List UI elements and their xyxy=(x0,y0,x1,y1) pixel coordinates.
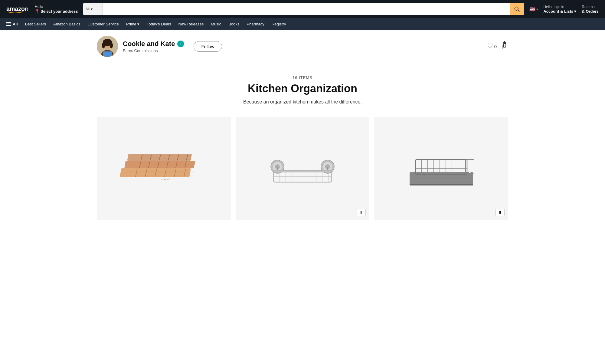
product-image-knife-block: wüsthof xyxy=(97,117,231,220)
verified-badge: ✓ xyxy=(177,41,184,47)
nav-item-books[interactable]: Books xyxy=(225,20,243,28)
list-title: Kitchen Organization xyxy=(97,82,508,95)
account-menu[interactable]: Hello, sign in Account & Lists ▾ xyxy=(541,3,578,15)
nav-item-music[interactable]: Music xyxy=(208,20,224,28)
list-header: 16 ITEMS Kitchen Organization Because an… xyxy=(97,66,508,111)
influencer-left: Cookie and Kate ✓ Earns Commissions Foll… xyxy=(97,36,487,57)
checkmark-icon: ✓ xyxy=(179,41,182,46)
svg-text:amazon: amazon xyxy=(6,5,28,12)
returns-top: Returns xyxy=(582,5,599,9)
search-bar: All ▾ xyxy=(83,3,525,15)
svg-rect-61 xyxy=(274,170,331,172)
product-card-2[interactable]: ⏸ xyxy=(236,117,370,220)
address-select: 📍 Select your address xyxy=(35,9,78,14)
influencer-header: Cookie and Kate ✓ Earns Commissions Foll… xyxy=(97,30,508,63)
share-icon xyxy=(501,41,508,50)
main-content: Cookie and Kate ✓ Earns Commissions Foll… xyxy=(91,30,514,229)
svg-rect-9 xyxy=(103,51,112,57)
svg-point-80 xyxy=(469,170,471,173)
nav-item-amazon-basics[interactable]: Amazon Basics xyxy=(50,20,84,28)
search-category-dropdown[interactable]: All ▾ xyxy=(83,3,103,15)
svg-line-2 xyxy=(518,10,519,11)
svg-rect-10 xyxy=(503,44,506,47)
heart-icon: ♡ xyxy=(487,42,493,50)
svg-point-7 xyxy=(102,42,105,48)
address-selector[interactable]: Hello 📍 Select your address xyxy=(33,3,80,15)
heart-button[interactable]: ♡ 0 xyxy=(487,42,497,50)
search-icon xyxy=(514,6,520,12)
account-hello: Hello, sign in xyxy=(543,5,576,9)
svg-point-79 xyxy=(469,166,471,169)
influencer-sub: Earns Commissions xyxy=(123,48,184,53)
svg-text:wüsthof: wüsthof xyxy=(161,178,170,181)
pause-icon-2: ⏸ xyxy=(498,210,502,215)
dish-rack-image xyxy=(401,145,482,192)
nav-bar: All Best Sellers Amazon Basics Customer … xyxy=(0,18,605,30)
avatar xyxy=(97,36,118,57)
product-card-3[interactable]: ⏸ xyxy=(374,117,508,220)
returns-main: & Orders xyxy=(582,9,599,14)
search-button[interactable] xyxy=(510,3,524,15)
product-card-1[interactable]: wüsthof xyxy=(97,117,231,220)
nav-item-customer-service[interactable]: Customer Service xyxy=(84,20,122,28)
knife-block-image: wüsthof xyxy=(120,143,208,194)
wire-basket-image xyxy=(262,145,343,192)
nav-item-best-sellers[interactable]: Best Sellers xyxy=(22,20,49,28)
prime-chevron-icon: ▾ xyxy=(137,22,139,26)
nav-item-todays-deals[interactable]: Today's Deals xyxy=(143,20,175,28)
hamburger-icon xyxy=(6,22,11,26)
svg-point-8 xyxy=(110,42,113,48)
language-selector[interactable]: 🇺🇸 ▾ xyxy=(527,5,540,14)
list-description: Because an organized kitchen makes all t… xyxy=(97,99,508,105)
product-image-dish-rack xyxy=(374,117,508,220)
nav-all-menu[interactable]: All xyxy=(3,20,21,28)
influencer-name: Cookie and Kate xyxy=(123,40,175,48)
heart-count: 0 xyxy=(494,44,497,49)
account-chevron-icon: ▾ xyxy=(574,9,576,14)
svg-point-78 xyxy=(469,162,471,164)
nav-item-registry[interactable]: Registry xyxy=(268,20,289,28)
follow-button[interactable]: Follow xyxy=(194,41,222,52)
nav-item-prime[interactable]: Prime ▾ xyxy=(123,20,143,28)
header-right: 🇺🇸 ▾ Hello, sign in Account & Lists ▾ Re… xyxy=(527,3,601,15)
logo-svg: amazon xyxy=(6,4,28,14)
pause-button-3[interactable]: ⏸ xyxy=(495,209,505,216)
location-icon: 📍 xyxy=(35,9,40,14)
share-button[interactable] xyxy=(501,41,508,51)
influencer-name-row: Cookie and Kate ✓ xyxy=(123,40,184,48)
pause-icon: ⏸ xyxy=(359,210,363,215)
items-count: 16 ITEMS xyxy=(97,75,508,80)
svg-rect-15 xyxy=(124,161,195,168)
product-image-wire-basket xyxy=(236,117,370,220)
product-grid: wüsthof xyxy=(97,111,508,229)
pause-button-2[interactable]: ⏸ xyxy=(357,209,366,216)
amazon-logo[interactable]: amazon xyxy=(4,3,30,15)
nav-item-pharmacy[interactable]: Pharmacy xyxy=(243,20,268,28)
influencer-info: Cookie and Kate ✓ Earns Commissions xyxy=(123,40,184,53)
avatar-image xyxy=(97,36,118,57)
category-chevron-icon: ▾ xyxy=(91,7,93,11)
header: amazon Hello 📍 Select your address All ▾ xyxy=(0,0,605,18)
svg-rect-63 xyxy=(410,184,473,185)
us-flag-icon: 🇺🇸 xyxy=(529,6,535,12)
search-input[interactable] xyxy=(103,3,510,15)
returns-orders[interactable]: Returns & Orders xyxy=(580,3,601,15)
influencer-right: ♡ 0 xyxy=(487,41,508,51)
nav-item-new-releases[interactable]: New Releases xyxy=(175,20,207,28)
flag-chevron-icon: ▾ xyxy=(536,8,538,11)
address-hello: Hello xyxy=(35,5,43,9)
account-main: Account & Lists ▾ xyxy=(543,9,576,14)
